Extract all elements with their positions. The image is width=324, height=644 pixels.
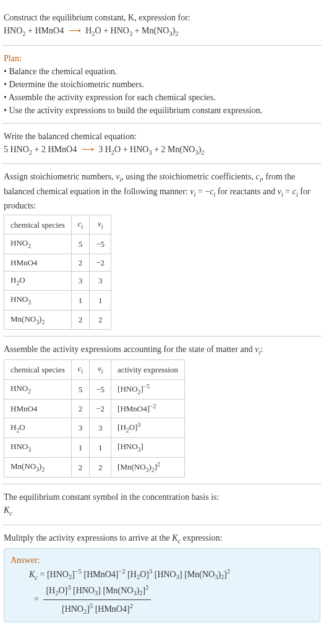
table-row: Mn(NO3)2 2 2 <box>4 310 111 329</box>
intro-equation: HNO2 + HMnO4 ⟶ H2O + HNO3 + Mn(NO3)2 <box>4 24 320 39</box>
plan-section: Plan: • Balance the chemical equation. •… <box>2 45 322 123</box>
balanced-eq-rhs: 3 H2O + HNO3 + 2 Mn(NO3)2 <box>98 145 204 154</box>
cell-ci: 1 <box>71 291 90 310</box>
col-activity: activity expression <box>111 360 185 379</box>
cell-species: Mn(NO3)2 <box>4 310 72 329</box>
cell-activity: [HNO3] <box>111 438 185 457</box>
plan-heading: Plan: <box>4 52 320 65</box>
intro-eq-rhs: H2O + HNO3 + Mn(NO3)2 <box>85 26 178 35</box>
cell-species: HMnO4 <box>4 254 72 272</box>
table-row: HNO2 5 −5 [HNO2]−5 <box>4 379 185 400</box>
activity-table: chemical species ci νi activity expressi… <box>4 359 185 478</box>
answer-label: Answer: <box>11 554 313 567</box>
cell-vi: −5 <box>90 234 111 254</box>
balanced-section: Write the balanced chemical equation: 5 … <box>2 123 322 164</box>
table-row: HNO3 1 1 <box>4 291 111 310</box>
plan-step-2: • Determine the stoichiometric numbers. <box>4 78 320 91</box>
cell-ci: 5 <box>71 379 90 400</box>
cell-vi: 1 <box>90 291 111 310</box>
cell-ci: 2 <box>71 254 90 272</box>
cell-activity: [HMnO4]−2 <box>111 400 185 418</box>
intro-eq-lhs: HNO2 + HMnO4 <box>4 26 64 35</box>
expr-line-1: Kc = [HNO2]−5 [HMnO4]−2 [H2O]3 [HNO3] [M… <box>29 567 313 582</box>
table-row: HMnO4 2 −2 [HMnO4]−2 <box>4 400 185 418</box>
plan-step-4: • Use the activity expressions to build … <box>4 104 320 117</box>
stoich-table: chemical species ci νi HNO2 5 −5 HMnO4 2… <box>4 215 111 330</box>
balanced-equation: 5 HNO2 + 2 HMnO4 ⟶ 3 H2O + HNO3 + 2 Mn(N… <box>4 143 320 158</box>
cell-species: HNO3 <box>4 291 72 310</box>
symbol-heading: The equilibrium constant symbol in the c… <box>4 491 320 504</box>
stoich-section: Assign stoichiometric numbers, νi, using… <box>2 163 322 336</box>
symbol-value: Kc <box>4 504 320 518</box>
cell-vi: 2 <box>90 310 111 329</box>
cell-ci: 2 <box>71 310 90 329</box>
cell-species: Mn(NO3)2 <box>4 457 72 478</box>
symbol-section: The equilibrium constant symbol in the c… <box>2 484 322 525</box>
cell-activity: [HNO2]−5 <box>111 379 185 400</box>
table-header-row: chemical species ci νi <box>4 215 111 234</box>
cell-vi: −2 <box>90 254 111 272</box>
plan-step-1: • Balance the chemical equation. <box>4 65 320 78</box>
table-row: HMnO4 2 −2 <box>4 254 111 272</box>
answer-box: Answer: Kc = [HNO2]−5 [HMnO4]−2 [H2O]3 [… <box>4 548 320 622</box>
cell-ci: 2 <box>71 400 90 418</box>
cell-species: HMnO4 <box>4 400 72 418</box>
cell-vi: 2 <box>90 457 111 478</box>
balanced-eq-lhs: 5 HNO2 + 2 HMnO4 <box>4 145 77 154</box>
cell-species: H2O <box>4 418 72 438</box>
cell-species: H2O <box>4 272 72 291</box>
activity-section: Assemble the activity expressions accoun… <box>2 336 322 484</box>
table-row: H2O 3 3 [H2O]3 <box>4 418 185 438</box>
cell-vi: −5 <box>90 379 111 400</box>
expr-line-2: = [H2O]3 [HNO3] [Mn(NO3)2]2 [HNO2]5 [HMn… <box>29 583 313 617</box>
table-row: HNO2 5 −5 <box>4 234 111 254</box>
balanced-heading: Write the balanced chemical equation: <box>4 130 320 143</box>
table-header-row: chemical species ci νi activity expressi… <box>4 360 185 379</box>
intro-heading: Construct the equilibrium constant, K, e… <box>4 11 320 24</box>
arrow-icon: ⟶ <box>79 145 96 154</box>
intro-heading-prefix: Construct the equilibrium constant, K, e… <box>4 13 190 22</box>
final-section: Mulitply the activity expressions to arr… <box>2 525 322 629</box>
col-ci: ci <box>71 215 90 234</box>
table-row: Mn(NO3)2 2 2 [Mn(NO3)2]2 <box>4 457 185 478</box>
cell-vi: 3 <box>90 272 111 291</box>
cell-ci: 2 <box>71 457 90 478</box>
col-vi: νi <box>90 215 111 234</box>
col-vi: νi <box>90 360 111 379</box>
cell-vi: −2 <box>90 400 111 418</box>
plan-step-3: • Assemble the activity expression for e… <box>4 91 320 104</box>
cell-activity: [Mn(NO3)2]2 <box>111 457 185 478</box>
cell-vi: 3 <box>90 418 111 438</box>
col-ci: ci <box>71 360 90 379</box>
cell-species: HNO2 <box>4 234 72 254</box>
table-row: HNO3 1 1 [HNO3] <box>4 438 185 457</box>
activity-heading: Assemble the activity expressions accoun… <box>4 343 320 358</box>
cell-species: HNO2 <box>4 379 72 400</box>
cell-activity: [H2O]3 <box>111 418 185 438</box>
stoich-heading: Assign stoichiometric numbers, νi, using… <box>4 170 320 212</box>
cell-ci: 3 <box>71 418 90 438</box>
arrow-icon: ⟶ <box>66 26 83 35</box>
cell-species: HNO3 <box>4 438 72 457</box>
answer-expression: Kc = [HNO2]−5 [HMnO4]−2 [H2O]3 [HNO3] [M… <box>11 567 313 617</box>
cell-vi: 1 <box>90 438 111 457</box>
cell-ci: 3 <box>71 272 90 291</box>
intro-section: Construct the equilibrium constant, K, e… <box>2 5 322 45</box>
col-species: chemical species <box>4 360 72 379</box>
table-row: H2O 3 3 <box>4 272 111 291</box>
col-species: chemical species <box>4 215 72 234</box>
cell-ci: 1 <box>71 438 90 457</box>
cell-ci: 5 <box>71 234 90 254</box>
final-heading: Mulitply the activity expressions to arr… <box>4 531 320 546</box>
